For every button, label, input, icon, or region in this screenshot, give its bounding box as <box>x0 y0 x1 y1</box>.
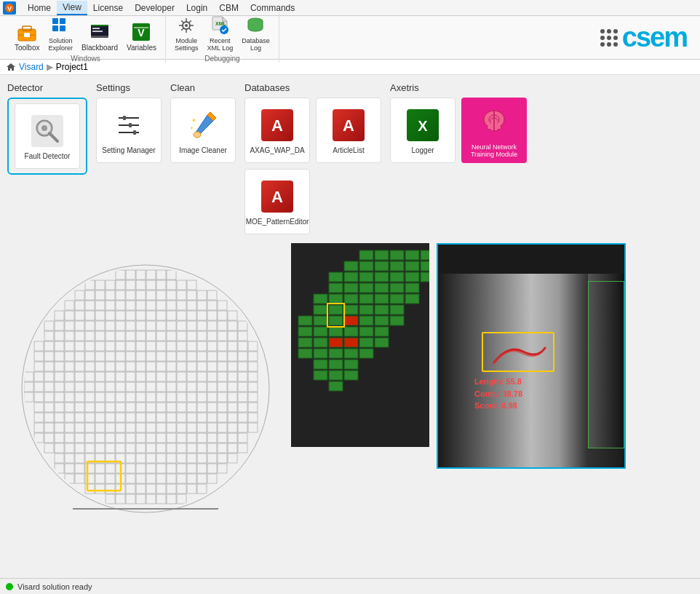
svg-rect-95 <box>75 311 84 320</box>
svg-rect-77 <box>65 301 74 310</box>
svg-rect-184 <box>146 352 156 361</box>
ribbon-btn-toolbox[interactable]: Toolbox <box>12 19 42 53</box>
svg-rect-251 <box>136 382 146 392</box>
toolbox-label: Toolbox <box>15 44 39 52</box>
detector-group: Detector Fault Detector <box>7 82 87 175</box>
svg-rect-268 <box>75 392 84 402</box>
svg-rect-33 <box>129 123 132 127</box>
svg-rect-436 <box>146 474 156 483</box>
svg-rect-106 <box>187 311 196 320</box>
clean-group: Clean ✦ ✦ Image Cleaner <box>170 82 236 163</box>
svg-rect-250 <box>126 382 135 392</box>
svg-rect-395 <box>75 454 84 463</box>
svg-rect-54 <box>106 280 115 290</box>
svg-rect-187 <box>177 352 186 361</box>
svg-rect-207 <box>156 362 166 371</box>
breadcrumb-home[interactable]: Visard <box>19 62 44 72</box>
image-cleaner-icon: ✦ ✦ <box>185 107 221 143</box>
svg-rect-133 <box>65 331 74 341</box>
svg-rect-235 <box>207 372 217 381</box>
svg-rect-232 <box>177 372 186 381</box>
svg-rect-320 <box>156 413 166 422</box>
axag-wap-da-icon: A <box>259 107 295 143</box>
clean-group-title: Clean <box>170 82 236 93</box>
ribbon-btn-blackboard[interactable]: Blackboard <box>79 19 121 53</box>
ribbon-btn-module-settings[interactable]: Module Settings <box>172 12 202 53</box>
svg-rect-98 <box>106 311 115 320</box>
svg-rect-90 <box>197 301 207 310</box>
svg-rect-112 <box>55 321 64 330</box>
svg-rect-447 <box>126 484 135 494</box>
svg-rect-121 <box>146 321 156 330</box>
svg-rect-327 <box>228 413 237 422</box>
svg-rect-387 <box>187 443 196 453</box>
ribbon-btn-variables[interactable]: V Variables <box>124 19 159 53</box>
svg-text:A: A <box>271 188 283 206</box>
svg-rect-419 <box>136 464 146 473</box>
svg-rect-84 <box>136 301 146 310</box>
svg-rect-159 <box>116 341 125 351</box>
svg-rect-349 <box>228 423 237 432</box>
svg-rect-116 <box>95 321 105 330</box>
svg-rect-307 <box>248 403 258 412</box>
wafer-map <box>15 250 277 527</box>
svg-rect-190 <box>207 352 217 361</box>
svg-rect-78 <box>75 301 84 310</box>
svg-rect-291 <box>85 403 95 412</box>
svg-rect-280 <box>197 392 207 402</box>
svg-text:✦: ✦ <box>191 117 196 124</box>
svg-rect-415 <box>95 464 105 473</box>
svg-rect-125 <box>187 321 196 330</box>
svg-rect-170 <box>228 341 237 351</box>
svg-rect-149 <box>228 331 237 341</box>
stat-score: Score: 0.98 <box>474 400 522 412</box>
svg-rect-75 <box>197 290 207 300</box>
svg-rect-161 <box>136 341 146 351</box>
svg-rect-136 <box>95 331 105 341</box>
svg-rect-134 <box>75 331 84 341</box>
svg-rect-374 <box>55 443 64 453</box>
svg-rect-131 <box>44 331 54 341</box>
moe-patterneditor-card[interactable]: A MOE_PatternEditor <box>244 169 310 234</box>
svg-rect-286 <box>34 403 44 412</box>
svg-rect-260 <box>228 382 237 392</box>
svg-text:✦: ✦ <box>190 126 194 130</box>
svg-point-37 <box>194 132 201 138</box>
axag-wap-da-card[interactable]: A AXAG_WAP_DA <box>244 98 310 163</box>
svg-rect-248 <box>106 382 115 392</box>
axetris-group-title: Axetris <box>390 82 527 93</box>
svg-rect-372 <box>238 433 247 443</box>
fault-detector-icon <box>29 113 65 149</box>
svg-rect-176 <box>65 352 74 361</box>
fault-detector-card[interactable]: Fault Detector <box>15 103 80 169</box>
svg-rect-153 <box>55 341 64 351</box>
neural-network-card[interactable]: Neural NetworkTraining Module <box>461 98 527 163</box>
svg-rect-68 <box>126 290 135 300</box>
svg-rect-182 <box>126 352 135 361</box>
ribbon-btn-database-log[interactable]: Database Log <box>239 12 273 53</box>
svg-rect-140 <box>136 331 146 341</box>
svg-rect-64 <box>85 290 95 300</box>
svg-rect-183 <box>136 352 146 361</box>
svg-text:X: X <box>418 118 428 134</box>
svg-rect-319 <box>146 413 156 422</box>
svg-rect-275 <box>146 392 156 402</box>
svg-rect-221 <box>65 372 74 381</box>
svg-rect-441 <box>197 474 207 483</box>
svg-rect-198 <box>65 362 74 371</box>
svg-rect-123 <box>167 321 176 330</box>
ribbon-btn-solution-explorer[interactable]: Solution Explorer <box>45 12 76 53</box>
svg-rect-288 <box>55 403 64 412</box>
svg-rect-313 <box>85 413 95 422</box>
csem-logo: csem <box>600 22 694 53</box>
svg-rect-407 <box>197 454 207 463</box>
logger-card[interactable]: X Logger <box>390 98 456 163</box>
ribbon-btn-recent-xml-log[interactable]: XML Recent XML Log <box>204 12 236 53</box>
blackboard-label: Blackboard <box>81 44 118 52</box>
svg-rect-212 <box>207 362 217 371</box>
svg-rect-66 <box>106 290 115 300</box>
image-cleaner-card[interactable]: ✦ ✦ Image Cleaner <box>170 98 236 163</box>
articlelist-card[interactable]: A ArticleList <box>316 98 381 163</box>
setting-manager-card[interactable]: Setting Manager <box>96 98 162 163</box>
svg-rect-292 <box>95 403 105 412</box>
